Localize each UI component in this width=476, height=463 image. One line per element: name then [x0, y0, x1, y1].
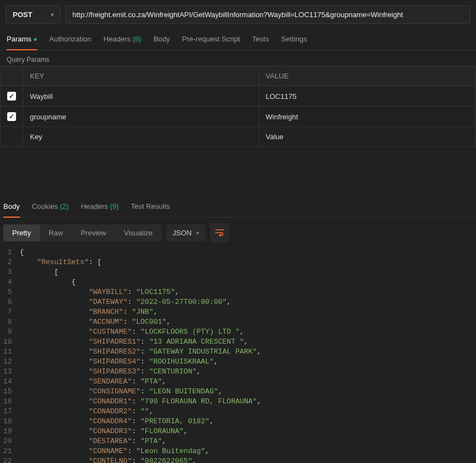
tab-authorization[interactable]: Authorization — [49, 29, 91, 50]
table-row: Key Value — [1, 127, 476, 147]
tab-params[interactable]: Params• — [7, 29, 37, 50]
viewmode-pretty[interactable]: Pretty — [3, 224, 40, 241]
http-method-select[interactable]: POST ▾ — [6, 6, 61, 24]
viewmode-raw[interactable]: Raw — [40, 224, 72, 241]
tab-settings[interactable]: Settings — [281, 29, 307, 50]
resp-tab-cookies[interactable]: Cookies (2) — [32, 197, 69, 217]
params-modified-dot: • — [34, 34, 37, 45]
viewmode-visualize[interactable]: Visualize — [115, 224, 161, 241]
col-key: KEY — [23, 66, 259, 86]
checkbox[interactable]: ✓ — [7, 112, 16, 121]
query-params-table: KEY VALUE ✓ Waybill LOC1175 ✓ groupname … — [0, 66, 476, 147]
param-key-cell[interactable]: groupname — [23, 107, 259, 127]
format-select[interactable]: JSON ▾ — [166, 224, 206, 241]
query-params-title: Query Params — [0, 50, 476, 66]
viewmode-group: Pretty Raw Preview Visualize — [3, 224, 161, 241]
response-body-editor[interactable]: 12345678910111213141516171819202122 { "R… — [0, 248, 476, 463]
chevron-down-icon: ▾ — [51, 12, 54, 18]
param-value-cell[interactable]: LOC1175 — [259, 86, 475, 107]
response-tabs: Body Cookies (2) Headers (9) Test Result… — [0, 197, 476, 218]
http-method-label: POST — [13, 10, 32, 19]
url-input[interactable] — [65, 6, 470, 24]
tab-body[interactable]: Body — [154, 29, 170, 50]
tab-tests[interactable]: Tests — [252, 29, 269, 50]
request-tabs: Params• Authorization Headers (8) Body P… — [0, 29, 476, 50]
table-row: ✓ Waybill LOC1175 — [1, 86, 476, 107]
param-key-input[interactable]: Key — [23, 127, 259, 147]
viewmode-preview[interactable]: Preview — [72, 224, 115, 241]
table-row: ✓ groupname Winfreight — [1, 107, 476, 127]
param-key-cell[interactable]: Waybill — [23, 86, 259, 107]
wrap-lines-button[interactable] — [210, 223, 229, 242]
chevron-down-icon: ▾ — [196, 230, 199, 236]
tab-headers[interactable]: Headers (8) — [103, 29, 142, 50]
response-toolbar: Pretty Raw Preview Visualize JSON ▾ — [0, 218, 476, 248]
resp-tab-testresults[interactable]: Test Results — [131, 197, 170, 217]
checkbox[interactable]: ✓ — [7, 92, 16, 101]
param-value-cell[interactable]: Winfreight — [259, 107, 475, 127]
col-value: VALUE — [259, 66, 475, 86]
resp-tab-body[interactable]: Body — [3, 197, 20, 217]
resp-tab-headers[interactable]: Headers (9) — [81, 197, 119, 217]
param-value-input[interactable]: Value — [259, 127, 475, 147]
tab-prerequest[interactable]: Pre-request Script — [182, 29, 240, 50]
wrap-icon — [215, 229, 224, 236]
